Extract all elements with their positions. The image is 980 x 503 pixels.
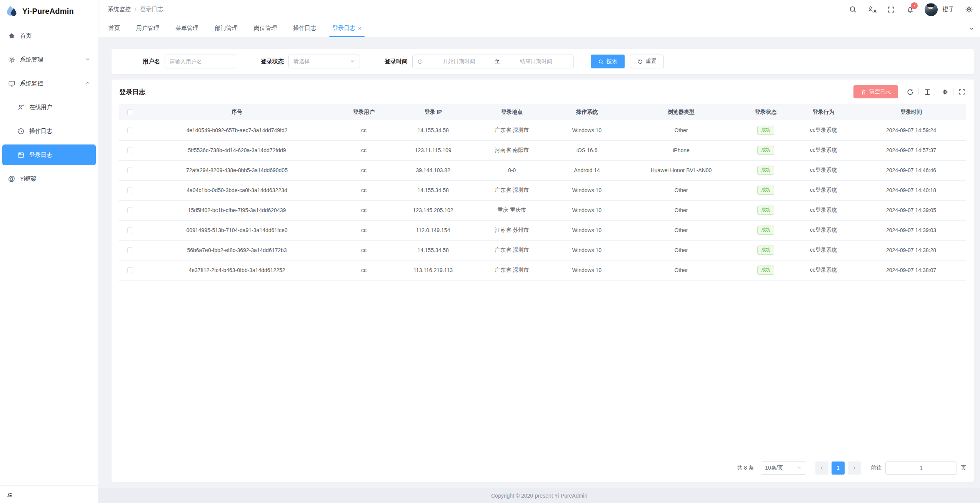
chevron-left-icon	[819, 465, 825, 471]
end-date-input[interactable]: 结束日期时间	[503, 58, 569, 65]
status-field-group: 登录状态 请选择	[251, 55, 360, 68]
clear-logs-button[interactable]: 清空日志	[853, 85, 898, 98]
row-checkbox[interactable]	[127, 188, 133, 193]
status-badge: 成功	[757, 226, 774, 235]
row-checkbox[interactable]	[127, 267, 133, 273]
row-checkbox[interactable]	[127, 208, 133, 213]
username-field-group: 用户名	[127, 55, 236, 68]
gear-icon[interactable]	[965, 5, 973, 14]
table-row: 00914995-513b-7104-da91-3a14dd61fce0 cc …	[119, 220, 966, 240]
cell-browser: Other	[622, 260, 741, 280]
card-toolbar: 清空日志	[853, 85, 966, 98]
tab-dept-management[interactable]: 部门管理	[215, 19, 238, 37]
sidebar-item-home[interactable]: 首页	[2, 25, 96, 46]
row-checkbox[interactable]	[127, 128, 133, 133]
column-settings-gear-icon[interactable]	[940, 88, 949, 96]
sidebar-item-system-management[interactable]: 系统管理	[2, 49, 96, 70]
fullscreen-icon[interactable]	[958, 88, 966, 96]
cell-login-ip: 39.144.103.82	[395, 160, 472, 180]
cell-browser: Other	[622, 220, 741, 240]
status-badge: 成功	[757, 186, 774, 195]
username-label: 用户名	[127, 58, 160, 65]
cell-behavior: cc登录系统	[791, 260, 856, 280]
column-header: 操作系统	[552, 104, 622, 120]
cell-behavior: cc登录系统	[791, 200, 856, 220]
chevron-up-icon	[85, 80, 90, 87]
app-title: Yi-PureAdmin	[22, 7, 74, 16]
close-icon[interactable]: ×	[358, 25, 362, 31]
cell-os: Windows 10	[552, 220, 622, 240]
cell-login-user: cc	[333, 240, 395, 260]
pagination: 共 8 条 10条/页 1	[119, 454, 966, 482]
status-badge: 成功	[757, 146, 774, 155]
reset-button[interactable]: 重置	[630, 55, 664, 68]
navbar-actions: 文A 7 橙子	[848, 3, 973, 16]
cell-behavior: cc登录系统	[791, 220, 856, 240]
density-icon[interactable]	[923, 88, 932, 96]
row-checkbox[interactable]	[127, 148, 133, 153]
cell-login-time: 2024-09-07 14:38:28	[856, 240, 966, 260]
login-status-label: 登录状态	[251, 58, 284, 65]
sidebar-item-operation-log[interactable]: 操作日志	[2, 121, 96, 141]
tab-login-log[interactable]: 登录日志 ×	[332, 19, 362, 37]
row-checkbox[interactable]	[127, 247, 133, 253]
username[interactable]: 橙子	[943, 6, 954, 13]
trash-icon	[861, 89, 867, 95]
cell-serial-id: 4e1d0549-b092-657b-aec7-3a14dd749fd2	[141, 120, 333, 140]
cell-serial-id: 72afa294-8209-438e-8bb5-3a14dd690d05	[141, 160, 333, 180]
page-number-button[interactable]: 1	[832, 461, 845, 475]
select-all-checkbox[interactable]	[127, 110, 133, 115]
row-checkbox[interactable]	[127, 227, 133, 233]
tab-post-management[interactable]: 岗位管理	[254, 19, 277, 37]
tab-options-chevron-down-icon[interactable]	[968, 19, 975, 37]
cell-os: Windows 10	[552, 260, 622, 280]
search-button[interactable]: 搜索	[591, 55, 625, 68]
cell-login-location: 广东省-深圳市	[472, 240, 552, 260]
goto-page-input[interactable]	[885, 461, 957, 475]
breadcrumb-item-monitor[interactable]: 系统监控	[108, 6, 131, 13]
cell-login-location: 广东省-深圳市	[472, 120, 552, 140]
logo[interactable]: Yi-PureAdmin	[0, 0, 98, 22]
avatar[interactable]	[925, 3, 938, 16]
sidebar-item-label: 登录日志	[29, 151, 52, 159]
search-icon[interactable]	[848, 5, 857, 14]
start-date-input[interactable]: 开始日期时间	[426, 58, 492, 65]
status-badge: 成功	[757, 206, 774, 215]
breadcrumb: 系统监控 / 登录日志	[108, 6, 163, 13]
sidebar-item-system-monitor[interactable]: 系统监控	[2, 73, 96, 94]
refresh-icon[interactable]	[906, 88, 914, 96]
sidebar-item-login-log[interactable]: 登录日志	[2, 144, 96, 165]
cell-login-user: cc	[333, 140, 395, 160]
logo-droplet-icon	[5, 5, 18, 18]
prev-page-button[interactable]	[815, 461, 828, 475]
tab-home[interactable]: 首页	[108, 19, 120, 37]
login-log-card: 登录日志 清空日志	[112, 80, 974, 482]
sidebar-item-yi-framework[interactable]: @ Yi框架	[2, 168, 96, 189]
tab-menu-management[interactable]: 菜单管理	[175, 19, 198, 37]
collapse-sidebar-icon[interactable]	[6, 491, 13, 498]
bell-icon[interactable]: 7	[906, 5, 914, 14]
date-range-picker[interactable]: 开始日期时间 至 结束日期时间	[412, 55, 574, 68]
notification-badge: 7	[911, 2, 918, 9]
sidebar-item-online-users[interactable]: 在线用户	[2, 97, 96, 118]
tab-user-management[interactable]: 用户管理	[136, 19, 159, 37]
cell-login-user: cc	[333, 160, 395, 180]
row-checkbox[interactable]	[127, 168, 133, 173]
page-unit-label: 页	[961, 465, 966, 471]
username-input[interactable]	[165, 55, 236, 68]
table-row: 5ff5536c-738b-4d14-620a-3a14dd72fdd9 cc …	[119, 140, 966, 160]
login-time-label: 登录时间	[375, 58, 408, 65]
login-status-select[interactable]: 请选择	[288, 55, 360, 68]
cell-login-time: 2024-09-07 14:39:05	[856, 200, 966, 220]
column-header: 登录 IP	[395, 104, 472, 120]
next-page-button[interactable]	[848, 461, 861, 475]
fullscreen-icon[interactable]	[887, 5, 895, 14]
chevron-down-icon	[85, 56, 90, 63]
window-icon	[17, 151, 25, 159]
online-user-icon	[17, 103, 25, 111]
tab-operation-log[interactable]: 操作日志	[293, 19, 316, 37]
page-size-select[interactable]: 10条/页	[761, 461, 806, 475]
translate-icon[interactable]: 文A	[867, 6, 877, 13]
sidebar-item-label: 首页	[20, 32, 32, 40]
status-badge: 成功	[757, 246, 774, 255]
